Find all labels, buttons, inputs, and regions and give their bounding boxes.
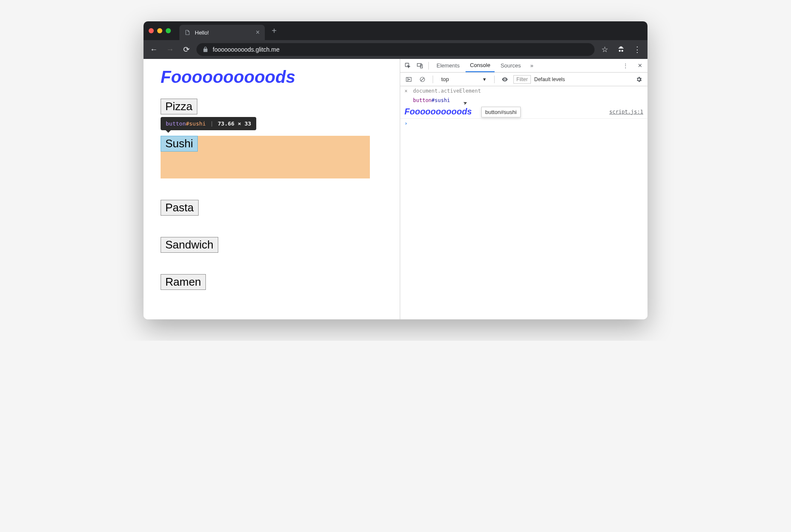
result-id: #sushi: [431, 97, 450, 103]
close-tab-icon[interactable]: ×: [256, 29, 260, 36]
console-log-row: Foooooooooods script.js:1: [400, 105, 647, 119]
svg-line-6: [421, 78, 424, 81]
address-bar[interactable]: foooooooooods.glitch.me: [196, 43, 595, 56]
close-window-button[interactable]: [149, 28, 154, 33]
reload-button[interactable]: ⟳: [180, 44, 192, 56]
log-message: Foooooooooods: [404, 107, 472, 117]
inspect-tooltip: button#sushi | 73.66 × 33: [161, 117, 256, 130]
page-content: Foooooooooods Pizza button#sushi | 73.66…: [144, 59, 400, 319]
console-settings-icon[interactable]: [634, 74, 644, 85]
log-levels[interactable]: Default levels: [534, 76, 565, 82]
page-icon: [185, 29, 190, 35]
tab-bar: Hello! × +: [144, 21, 647, 40]
dismiss-icon[interactable]: ×: [404, 88, 409, 94]
result-tag: button: [413, 97, 431, 103]
tab-sources[interactable]: Sources: [496, 59, 525, 72]
more-tabs-icon[interactable]: »: [527, 62, 537, 69]
devtools-panel: Elements Console Sources » ⋮ ✕ top: [400, 59, 647, 319]
log-source-link[interactable]: script.js:1: [609, 109, 643, 115]
devtools-close-icon[interactable]: ✕: [635, 61, 645, 71]
maximize-window-button[interactable]: [166, 28, 171, 33]
pasta-button[interactable]: Pasta: [161, 200, 199, 216]
devtools-menu-icon[interactable]: ⋮: [620, 61, 630, 71]
prompt-chevron-icon: ›: [404, 120, 409, 126]
tab-console[interactable]: Console: [466, 59, 495, 72]
tooltip-dimensions: 73.66 × 33: [218, 120, 251, 127]
tab-elements[interactable]: Elements: [432, 59, 464, 72]
sushi-button[interactable]: Sushi: [161, 136, 198, 152]
devtools-tab-bar: Elements Console Sources » ⋮ ✕: [400, 59, 647, 73]
filter-input[interactable]: Filter: [513, 75, 531, 84]
live-expression-icon[interactable]: [500, 74, 510, 85]
hover-tooltip: button#sushi: [481, 107, 521, 117]
context-selector[interactable]: top ▾: [438, 75, 489, 84]
expression-text: document.activeElement: [413, 88, 481, 94]
incognito-icon: [615, 44, 627, 56]
console-toolbar: top ▾ Filter Default levels: [400, 73, 647, 86]
sushi-highlight-area: button#sushi | 73.66 × 33 Sushi: [161, 136, 383, 178]
ramen-button[interactable]: Ramen: [161, 274, 206, 290]
chevron-down-icon: ▾: [483, 76, 486, 82]
clear-console-icon[interactable]: [417, 74, 428, 85]
tab-title: Hello!: [195, 29, 209, 36]
pizza-button[interactable]: Pizza: [161, 99, 197, 114]
tooltip-id: #sushi: [186, 120, 206, 127]
lock-icon: [202, 47, 208, 53]
inspect-element-icon[interactable]: [403, 61, 413, 71]
device-toolbar-icon[interactable]: [415, 61, 425, 71]
forward-button[interactable]: →: [164, 44, 176, 56]
back-button[interactable]: ←: [148, 44, 160, 56]
window-controls: [149, 28, 171, 33]
browser-tab[interactable]: Hello! ×: [179, 25, 265, 40]
menu-icon[interactable]: ⋮: [631, 44, 643, 56]
url-text: foooooooooods.glitch.me: [213, 46, 279, 53]
sandwich-button[interactable]: Sandwich: [161, 237, 218, 253]
console-sidebar-icon[interactable]: [404, 74, 414, 85]
console-expression-row: × document.activeElement: [400, 86, 647, 96]
console-output[interactable]: × document.activeElement button#sushi ➤ …: [400, 86, 647, 319]
page-heading: Foooooooooods: [161, 67, 383, 87]
bookmark-icon[interactable]: ☆: [599, 44, 611, 56]
tooltip-tag: button: [166, 120, 186, 127]
console-result-row: button#sushi ➤: [400, 96, 647, 105]
svg-point-7: [504, 79, 506, 80]
new-tab-button[interactable]: +: [272, 26, 277, 36]
console-prompt-row[interactable]: ›: [400, 119, 647, 128]
browser-toolbar: ← → ⟳ foooooooooods.glitch.me ☆ ⋮: [144, 40, 647, 59]
minimize-window-button[interactable]: [157, 28, 162, 33]
